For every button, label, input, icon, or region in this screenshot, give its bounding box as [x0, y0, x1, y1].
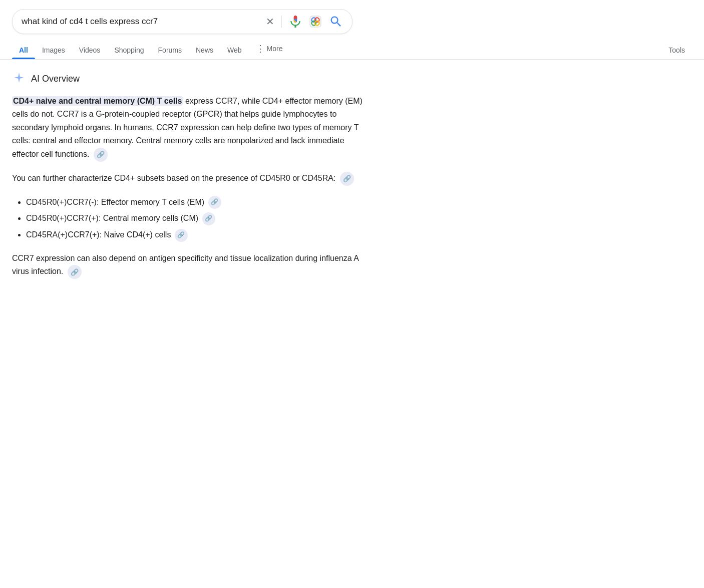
search-icon-group: ✕	[266, 15, 343, 29]
ai-overview-title: AI Overview	[31, 74, 80, 84]
citation-link-6[interactable]: 🔗	[68, 265, 82, 279]
tab-web[interactable]: Web	[220, 42, 249, 59]
ai-paragraph-3: CCR7 expression can also depend on antig…	[12, 252, 369, 279]
ai-star-icon	[12, 72, 26, 86]
list-item: CD45R0(+)CCR7(-): Effector memory T cell…	[26, 196, 369, 209]
paragraph-2-text: You can further characterize CD4+ subset…	[12, 174, 335, 182]
search-bar-wrapper: what kind of cd4 t cells express ccr7 ✕	[0, 0, 704, 34]
tab-videos[interactable]: Videos	[72, 42, 108, 59]
tab-shopping[interactable]: Shopping	[107, 42, 151, 59]
ai-paragraph-1: CD4+ naive and central memory (CM) T cel…	[12, 95, 369, 162]
highlighted-text: CD4+ naive and central memory (CM) T cel…	[12, 96, 183, 106]
clear-icon[interactable]: ✕	[266, 16, 274, 28]
citation-link-5[interactable]: 🔗	[175, 229, 188, 242]
more-dots-icon: ⋮	[256, 43, 265, 54]
search-query-text: what kind of cd4 t cells express ccr7	[22, 17, 260, 27]
citation-link-3[interactable]: 🔗	[208, 196, 221, 209]
tab-news[interactable]: News	[189, 42, 220, 59]
list-item: CD45R0(+)CCR7(+): Central memory cells (…	[26, 212, 369, 225]
divider	[281, 16, 282, 28]
tab-all[interactable]: All	[12, 42, 35, 59]
list-item-text-1: CD45R0(+)CCR7(-): Effector memory T cell…	[26, 198, 204, 206]
microphone-icon[interactable]	[289, 15, 302, 28]
citation-link-1[interactable]: 🔗	[94, 148, 108, 162]
tab-more[interactable]: ⋮ More	[249, 39, 290, 59]
tab-images[interactable]: Images	[35, 42, 72, 59]
tab-forums[interactable]: Forums	[151, 42, 189, 59]
ai-overview-header: AI Overview	[12, 72, 369, 86]
citation-link-2[interactable]: 🔗	[340, 172, 354, 186]
lens-icon[interactable]	[309, 15, 322, 28]
search-bar[interactable]: what kind of cd4 t cells express ccr7 ✕	[12, 9, 353, 34]
tabs-nav: All Images Videos Shopping Forums News W…	[0, 34, 704, 60]
list-item: CD45RA(+)CCR7(+): Naive CD4(+) cells 🔗	[26, 228, 369, 242]
main-content: AI Overview CD4+ naive and central memor…	[0, 60, 381, 301]
paragraph-3-text: CCR7 expression can also depend on antig…	[12, 254, 359, 276]
ai-paragraph-2: You can further characterize CD4+ subset…	[12, 172, 369, 186]
list-item-text-2: CD45R0(+)CCR7(+): Central memory cells (…	[26, 214, 198, 222]
ai-list: CD45R0(+)CCR7(-): Effector memory T cell…	[12, 196, 369, 242]
tab-tools[interactable]: Tools	[661, 42, 692, 59]
search-button-icon[interactable]	[329, 15, 343, 29]
paragraph-1-text: express CCR7, while CD4+ effector memory…	[12, 97, 363, 158]
citation-link-4[interactable]: 🔗	[202, 212, 215, 225]
list-item-text-3: CD45RA(+)CCR7(+): Naive CD4(+) cells	[26, 230, 171, 239]
